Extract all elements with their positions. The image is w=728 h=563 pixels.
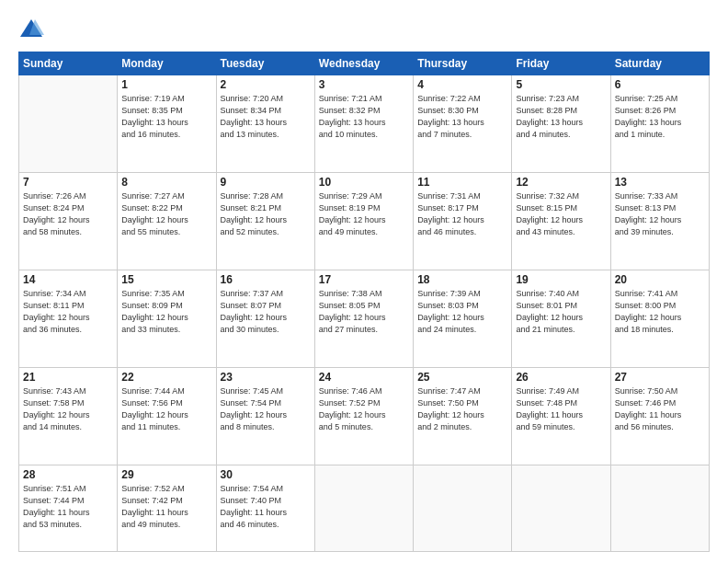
day-info: Sunrise: 7:29 AM Sunset: 8:19 PM Dayligh… — [319, 190, 409, 238]
day-cell: 1Sunrise: 7:19 AM Sunset: 8:35 PM Daylig… — [118, 75, 216, 173]
day-cell: 10Sunrise: 7:29 AM Sunset: 8:19 PM Dayli… — [314, 173, 413, 270]
day-info: Sunrise: 7:52 AM Sunset: 7:42 PM Dayligh… — [121, 483, 211, 531]
day-info: Sunrise: 7:43 AM Sunset: 7:58 PM Dayligh… — [23, 385, 113, 433]
col-header-wednesday: Wednesday — [314, 52, 413, 75]
day-info: Sunrise: 7:54 AM Sunset: 7:40 PM Dayligh… — [221, 483, 311, 531]
day-number: 6 — [615, 78, 705, 91]
day-cell: 7Sunrise: 7:26 AM Sunset: 8:24 PM Daylig… — [19, 173, 118, 270]
col-header-thursday: Thursday — [414, 52, 512, 75]
day-number: 7 — [23, 176, 113, 189]
day-number: 14 — [23, 273, 113, 286]
page: SundayMondayTuesdayWednesdayThursdayFrid… — [0, 0, 728, 563]
day-info: Sunrise: 7:27 AM Sunset: 8:22 PM Dayligh… — [121, 190, 211, 238]
day-cell: 22Sunrise: 7:44 AM Sunset: 7:56 PM Dayli… — [118, 368, 216, 465]
day-info: Sunrise: 7:37 AM Sunset: 8:07 PM Dayligh… — [221, 288, 311, 336]
day-number: 4 — [417, 78, 507, 91]
day-cell: 27Sunrise: 7:50 AM Sunset: 7:46 PM Dayli… — [610, 368, 709, 465]
day-number: 9 — [221, 176, 311, 189]
day-number: 19 — [516, 273, 606, 286]
day-cell: 17Sunrise: 7:38 AM Sunset: 8:05 PM Dayli… — [314, 270, 413, 368]
day-info: Sunrise: 7:19 AM Sunset: 8:35 PM Dayligh… — [121, 93, 211, 141]
day-cell — [414, 465, 512, 552]
day-info: Sunrise: 7:26 AM Sunset: 8:24 PM Dayligh… — [23, 190, 113, 238]
week-row-1: 1Sunrise: 7:19 AM Sunset: 8:35 PM Daylig… — [19, 75, 710, 173]
day-cell — [610, 465, 709, 552]
day-cell — [314, 465, 413, 552]
calendar-table: SundayMondayTuesdayWednesdayThursdayFrid… — [18, 52, 710, 552]
day-number: 2 — [221, 78, 311, 91]
day-info: Sunrise: 7:23 AM Sunset: 8:28 PM Dayligh… — [516, 93, 606, 141]
col-header-friday: Friday — [512, 52, 610, 75]
col-header-tuesday: Tuesday — [216, 52, 314, 75]
day-info: Sunrise: 7:25 AM Sunset: 8:26 PM Dayligh… — [615, 93, 705, 141]
day-number: 17 — [319, 273, 409, 286]
day-number: 28 — [23, 468, 113, 481]
day-cell: 5Sunrise: 7:23 AM Sunset: 8:28 PM Daylig… — [512, 75, 610, 173]
day-cell: 13Sunrise: 7:33 AM Sunset: 8:13 PM Dayli… — [610, 173, 709, 270]
day-cell: 8Sunrise: 7:27 AM Sunset: 8:22 PM Daylig… — [118, 173, 216, 270]
day-info: Sunrise: 7:41 AM Sunset: 8:00 PM Dayligh… — [615, 288, 705, 336]
day-cell: 26Sunrise: 7:49 AM Sunset: 7:48 PM Dayli… — [512, 368, 610, 465]
logo-icon — [18, 17, 44, 42]
day-number: 20 — [615, 273, 705, 286]
day-cell: 19Sunrise: 7:40 AM Sunset: 8:01 PM Dayli… — [512, 270, 610, 368]
week-row-4: 21Sunrise: 7:43 AM Sunset: 7:58 PM Dayli… — [19, 368, 710, 465]
day-info: Sunrise: 7:40 AM Sunset: 8:01 PM Dayligh… — [516, 288, 606, 336]
day-info: Sunrise: 7:34 AM Sunset: 8:11 PM Dayligh… — [23, 288, 113, 336]
day-number: 15 — [121, 273, 211, 286]
day-number: 21 — [23, 371, 113, 384]
day-cell: 29Sunrise: 7:52 AM Sunset: 7:42 PM Dayli… — [118, 465, 216, 552]
day-cell: 20Sunrise: 7:41 AM Sunset: 8:00 PM Dayli… — [610, 270, 709, 368]
day-info: Sunrise: 7:31 AM Sunset: 8:17 PM Dayligh… — [417, 190, 507, 238]
day-info: Sunrise: 7:33 AM Sunset: 8:13 PM Dayligh… — [615, 190, 705, 238]
week-row-3: 14Sunrise: 7:34 AM Sunset: 8:11 PM Dayli… — [19, 270, 710, 368]
header-row: SundayMondayTuesdayWednesdayThursdayFrid… — [19, 52, 710, 75]
day-number: 26 — [516, 371, 606, 384]
header — [18, 17, 710, 42]
day-info: Sunrise: 7:35 AM Sunset: 8:09 PM Dayligh… — [121, 288, 211, 336]
day-cell: 30Sunrise: 7:54 AM Sunset: 7:40 PM Dayli… — [216, 465, 314, 552]
week-row-2: 7Sunrise: 7:26 AM Sunset: 8:24 PM Daylig… — [19, 173, 710, 270]
day-info: Sunrise: 7:50 AM Sunset: 7:46 PM Dayligh… — [615, 385, 705, 433]
day-cell — [512, 465, 610, 552]
day-number: 25 — [417, 371, 507, 384]
day-number: 27 — [615, 371, 705, 384]
day-number: 16 — [221, 273, 311, 286]
day-number: 22 — [121, 371, 211, 384]
day-number: 5 — [516, 78, 606, 91]
week-row-5: 28Sunrise: 7:51 AM Sunset: 7:44 PM Dayli… — [19, 465, 710, 552]
day-number: 11 — [417, 176, 507, 189]
day-info: Sunrise: 7:46 AM Sunset: 7:52 PM Dayligh… — [319, 385, 409, 433]
day-info: Sunrise: 7:49 AM Sunset: 7:48 PM Dayligh… — [516, 385, 606, 433]
day-info: Sunrise: 7:44 AM Sunset: 7:56 PM Dayligh… — [121, 385, 211, 433]
day-cell: 15Sunrise: 7:35 AM Sunset: 8:09 PM Dayli… — [118, 270, 216, 368]
day-info: Sunrise: 7:51 AM Sunset: 7:44 PM Dayligh… — [23, 483, 113, 531]
day-cell: 23Sunrise: 7:45 AM Sunset: 7:54 PM Dayli… — [216, 368, 314, 465]
day-cell: 25Sunrise: 7:47 AM Sunset: 7:50 PM Dayli… — [414, 368, 512, 465]
day-info: Sunrise: 7:28 AM Sunset: 8:21 PM Dayligh… — [221, 190, 311, 238]
day-number: 29 — [121, 468, 211, 481]
logo — [18, 17, 48, 42]
day-number: 30 — [221, 468, 311, 481]
day-cell: 21Sunrise: 7:43 AM Sunset: 7:58 PM Dayli… — [19, 368, 118, 465]
day-number: 10 — [319, 176, 409, 189]
day-cell: 16Sunrise: 7:37 AM Sunset: 8:07 PM Dayli… — [216, 270, 314, 368]
day-number: 24 — [319, 371, 409, 384]
day-cell: 14Sunrise: 7:34 AM Sunset: 8:11 PM Dayli… — [19, 270, 118, 368]
day-info: Sunrise: 7:47 AM Sunset: 7:50 PM Dayligh… — [417, 385, 507, 433]
day-number: 1 — [121, 78, 211, 91]
day-cell: 3Sunrise: 7:21 AM Sunset: 8:32 PM Daylig… — [314, 75, 413, 173]
col-header-sunday: Sunday — [19, 52, 118, 75]
day-cell: 9Sunrise: 7:28 AM Sunset: 8:21 PM Daylig… — [216, 173, 314, 270]
day-cell: 28Sunrise: 7:51 AM Sunset: 7:44 PM Dayli… — [19, 465, 118, 552]
col-header-saturday: Saturday — [610, 52, 709, 75]
day-cell: 11Sunrise: 7:31 AM Sunset: 8:17 PM Dayli… — [414, 173, 512, 270]
day-info: Sunrise: 7:45 AM Sunset: 7:54 PM Dayligh… — [221, 385, 311, 433]
day-info: Sunrise: 7:20 AM Sunset: 8:34 PM Dayligh… — [221, 93, 311, 141]
day-number: 18 — [417, 273, 507, 286]
day-info: Sunrise: 7:21 AM Sunset: 8:32 PM Dayligh… — [319, 93, 409, 141]
day-info: Sunrise: 7:38 AM Sunset: 8:05 PM Dayligh… — [319, 288, 409, 336]
day-cell: 2Sunrise: 7:20 AM Sunset: 8:34 PM Daylig… — [216, 75, 314, 173]
day-cell — [19, 75, 118, 173]
day-cell: 18Sunrise: 7:39 AM Sunset: 8:03 PM Dayli… — [414, 270, 512, 368]
